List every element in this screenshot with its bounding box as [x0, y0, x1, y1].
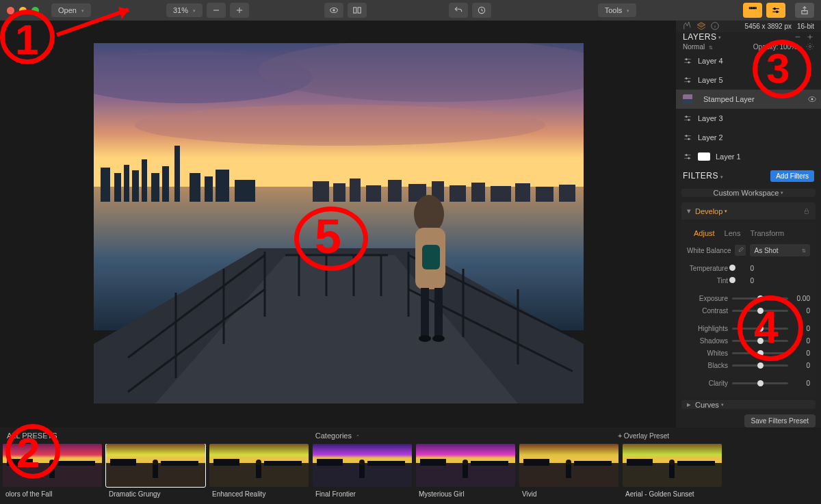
preset-item[interactable]: Vivid: [519, 444, 618, 504]
preset-thumb: [623, 444, 722, 487]
compare-view-button[interactable]: [348, 3, 367, 18]
presets-title[interactable]: ALL PRESETS: [7, 432, 57, 440]
share-button[interactable]: [795, 3, 814, 18]
slider-track[interactable]: [732, 297, 788, 300]
minus-icon[interactable]: [794, 33, 802, 41]
slider-value: 0: [792, 325, 810, 332]
preset-item[interactable]: Dramatic Grungy: [106, 444, 205, 504]
visibility-icon[interactable]: [807, 94, 817, 104]
svg-point-97: [688, 138, 690, 140]
layer-row[interactable]: Layer 3: [676, 109, 821, 128]
slider-track[interactable]: [732, 382, 788, 384]
svg-rect-6: [358, 8, 361, 13]
slider-exposure[interactable]: Exposure 0.00: [687, 292, 810, 304]
svg-point-126: [359, 460, 365, 465]
chevron-down-icon: ▾: [193, 8, 196, 13]
slider-track[interactable]: [732, 310, 788, 312]
preset-item[interactable]: olors of the Fall: [3, 444, 102, 504]
preview-toggle-button[interactable]: [324, 3, 343, 18]
tools-menu[interactable]: Tools ▾: [598, 3, 637, 17]
svg-point-68: [419, 335, 431, 342]
layer-list: Layer 4Layer 5 Stamped LayerLayer 3Layer…: [676, 51, 821, 166]
slider-blacks[interactable]: Blacks 0: [687, 359, 810, 371]
lock-icon[interactable]: [803, 208, 810, 215]
layers-icon[interactable]: [696, 21, 706, 31]
svg-rect-44: [536, 187, 553, 202]
preset-item[interactable]: Aerial - Golden Sunset: [623, 444, 722, 504]
overlay-preset-button[interactable]: + Overlay Preset: [618, 432, 669, 440]
histogram-icon[interactable]: [683, 21, 692, 31]
zoom-out-button[interactable]: [207, 3, 226, 18]
preset-thumb: [3, 444, 102, 487]
window-controls: [7, 7, 39, 14]
layer-row[interactable]: Stamped Layer: [676, 90, 821, 109]
svg-point-120: [256, 460, 261, 465]
open-menu[interactable]: Open ▾: [51, 3, 91, 17]
undo-button[interactable]: [449, 3, 468, 18]
tab-transform[interactable]: Transform: [750, 229, 784, 237]
adjust-mode-button[interactable]: [766, 3, 785, 18]
slider-highlights[interactable]: Highlights 0: [687, 322, 810, 334]
slider-label: Contrast: [687, 307, 728, 315]
slider-shadows[interactable]: Shadows 0: [687, 334, 810, 347]
info-icon[interactable]: [710, 21, 720, 31]
layer-row[interactable]: Layer 4: [676, 51, 821, 70]
svg-rect-107: [49, 463, 55, 478]
svg-rect-43: [515, 183, 530, 202]
svg-rect-28: [174, 146, 180, 202]
opacity-value[interactable]: 100%▾: [779, 43, 802, 51]
slider-track[interactable]: [732, 328, 788, 330]
main-area: 5456 x 3892 px 16-bit LAYERS ▾ Normal ⇅ …: [0, 21, 821, 427]
svg-rect-143: [669, 463, 675, 478]
filters-title[interactable]: FILTERS▾: [683, 171, 723, 181]
tab-lens[interactable]: Lens: [725, 229, 741, 237]
layer-row[interactable]: Layer 5: [676, 70, 821, 90]
minimize-window-button[interactable]: [19, 7, 27, 14]
layers-header[interactable]: LAYERS ▾: [676, 32, 821, 43]
svg-point-108: [49, 460, 55, 465]
preset-item[interactable]: Final Frontier: [313, 444, 412, 504]
svg-rect-113: [153, 463, 158, 478]
slider-whites[interactable]: Whites 0: [687, 347, 810, 359]
svg-rect-123: [317, 459, 343, 466]
zoom-level[interactable]: 31% ▾: [166, 3, 203, 17]
preset-item[interactable]: Mysterious Girl: [416, 444, 515, 504]
slider-clarity[interactable]: Clarity 0: [687, 377, 810, 389]
zoom-controls: 31% ▾: [166, 3, 249, 18]
add-filters-button[interactable]: Add Filters: [770, 170, 814, 182]
slider-tint[interactable]: Tint 0: [687, 274, 810, 287]
layer-row[interactable]: Layer 2: [676, 128, 821, 147]
workspace-select[interactable]: Custom Workspace▾: [681, 189, 816, 197]
close-window-button[interactable]: [7, 7, 14, 14]
curves-header[interactable]: ▸ Curves▾: [681, 400, 816, 409]
maximize-window-button[interactable]: [31, 7, 39, 14]
preset-label: olors of the Fall: [3, 489, 102, 499]
slider-track[interactable]: [732, 364, 788, 367]
canvas-area[interactable]: [0, 21, 676, 427]
blend-mode-select[interactable]: Normal ⇅: [683, 43, 713, 51]
gear-icon[interactable]: [806, 42, 814, 51]
chevron-down-icon: ▾: [627, 8, 629, 13]
zoom-in-button[interactable]: [230, 3, 249, 18]
presets-mode-button[interactable]: [743, 3, 762, 18]
slider-contrast[interactable]: Contrast 0: [687, 304, 810, 317]
svg-marker-70: [697, 23, 705, 27]
history-button[interactable]: [472, 3, 491, 18]
tab-adjust[interactable]: Adjust: [694, 229, 715, 237]
history-controls: [449, 3, 491, 18]
slider-track[interactable]: [732, 352, 788, 354]
develop-header[interactable]: ▾ Develop▾: [681, 202, 816, 220]
layers-title: LAYERS: [683, 32, 716, 42]
preset-item[interactable]: Enhanced Reality: [209, 444, 309, 504]
save-filters-preset-button[interactable]: Save Filters Preset: [744, 414, 816, 427]
svg-point-81: [688, 62, 690, 63]
slider-temperature[interactable]: Temperature 0: [687, 262, 810, 274]
eyedropper-button[interactable]: [735, 245, 746, 256]
categories-button[interactable]: Categories ⌃: [315, 432, 360, 440]
layer-row[interactable]: Layer 1: [676, 147, 821, 166]
slider-track[interactable]: [732, 340, 788, 342]
plus-icon[interactable]: [806, 33, 814, 41]
white-balance-select[interactable]: As Shot ⇅: [750, 244, 810, 256]
svg-rect-87: [683, 99, 692, 104]
filters-header: FILTERS▾ Add Filters: [676, 166, 821, 186]
